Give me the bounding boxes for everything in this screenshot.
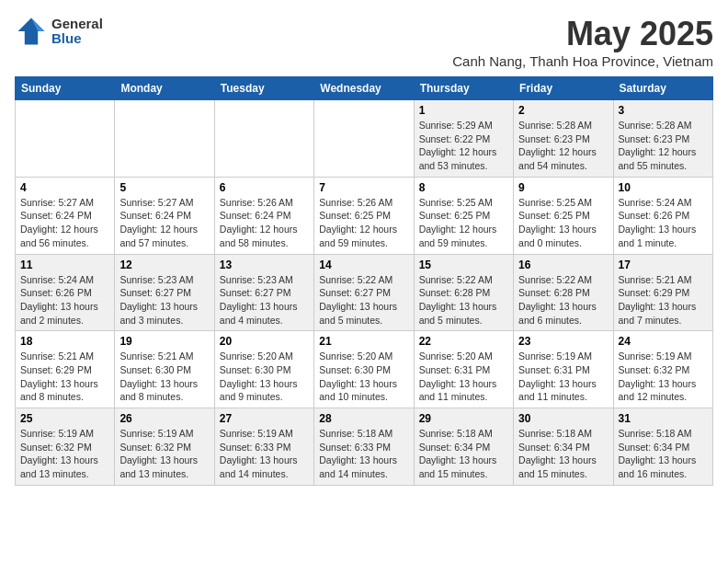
calendar-week-row: 4Sunrise: 5:27 AM Sunset: 6:24 PM Daylig… xyxy=(16,177,713,254)
calendar-cell: 8Sunrise: 5:25 AM Sunset: 6:25 PM Daylig… xyxy=(414,177,513,254)
day-info: Sunrise: 5:21 AM Sunset: 6:29 PM Dayligh… xyxy=(20,350,109,404)
day-info: Sunrise: 5:26 AM Sunset: 6:25 PM Dayligh… xyxy=(319,196,408,250)
day-number: 10 xyxy=(619,181,708,194)
weekday-header: Sunday xyxy=(16,77,115,100)
calendar-cell: 27Sunrise: 5:19 AM Sunset: 6:33 PM Dayli… xyxy=(214,408,313,486)
day-number: 11 xyxy=(20,259,109,271)
calendar-cell: 14Sunrise: 5:22 AM Sunset: 6:27 PM Dayli… xyxy=(314,254,414,331)
calendar-cell: 5Sunrise: 5:27 AM Sunset: 6:24 PM Daylig… xyxy=(115,177,214,254)
calendar-week-row: 11Sunrise: 5:24 AM Sunset: 6:26 PM Dayli… xyxy=(16,254,713,331)
day-info: Sunrise: 5:23 AM Sunset: 6:27 PM Dayligh… xyxy=(220,273,309,327)
day-info: Sunrise: 5:28 AM Sunset: 6:23 PM Dayligh… xyxy=(619,119,708,173)
day-number: 27 xyxy=(220,412,309,425)
day-info: Sunrise: 5:19 AM Sunset: 6:31 PM Dayligh… xyxy=(518,350,608,404)
calendar-cell xyxy=(314,100,414,178)
calendar-cell: 29Sunrise: 5:18 AM Sunset: 6:34 PM Dayli… xyxy=(414,408,513,486)
day-info: Sunrise: 5:21 AM Sunset: 6:30 PM Dayligh… xyxy=(119,350,209,404)
day-info: Sunrise: 5:22 AM Sunset: 6:28 PM Dayligh… xyxy=(419,273,508,327)
day-number: 13 xyxy=(220,259,309,271)
calendar-cell: 24Sunrise: 5:19 AM Sunset: 6:32 PM Dayli… xyxy=(613,331,712,408)
calendar-cell: 17Sunrise: 5:21 AM Sunset: 6:29 PM Dayli… xyxy=(613,254,712,331)
weekday-header: Saturday xyxy=(613,77,712,100)
day-info: Sunrise: 5:26 AM Sunset: 6:24 PM Dayligh… xyxy=(220,196,309,250)
calendar-cell: 12Sunrise: 5:23 AM Sunset: 6:27 PM Dayli… xyxy=(115,254,214,331)
weekday-header: Thursday xyxy=(414,77,513,100)
day-info: Sunrise: 5:23 AM Sunset: 6:27 PM Dayligh… xyxy=(119,273,209,327)
weekday-header: Monday xyxy=(115,77,214,100)
calendar-cell: 7Sunrise: 5:26 AM Sunset: 6:25 PM Daylig… xyxy=(314,177,414,254)
day-number: 19 xyxy=(119,335,209,348)
location-title: Canh Nang, Thanh Hoa Province, Vietnam xyxy=(452,53,713,69)
calendar-cell: 20Sunrise: 5:20 AM Sunset: 6:30 PM Dayli… xyxy=(214,331,313,408)
day-info: Sunrise: 5:20 AM Sunset: 6:30 PM Dayligh… xyxy=(319,350,408,404)
day-info: Sunrise: 5:28 AM Sunset: 6:23 PM Dayligh… xyxy=(518,119,608,173)
logo: General Blue xyxy=(15,15,103,48)
day-number: 28 xyxy=(319,412,408,425)
day-number: 29 xyxy=(419,412,508,425)
calendar-cell: 23Sunrise: 5:19 AM Sunset: 6:31 PM Dayli… xyxy=(514,331,613,408)
calendar-cell xyxy=(115,100,214,178)
day-info: Sunrise: 5:29 AM Sunset: 6:22 PM Dayligh… xyxy=(419,119,508,173)
day-number: 25 xyxy=(20,412,109,425)
day-number: 16 xyxy=(518,259,608,271)
calendar-cell: 9Sunrise: 5:25 AM Sunset: 6:25 PM Daylig… xyxy=(514,177,613,254)
calendar-cell: 11Sunrise: 5:24 AM Sunset: 6:26 PM Dayli… xyxy=(16,254,115,331)
day-info: Sunrise: 5:18 AM Sunset: 6:34 PM Dayligh… xyxy=(619,427,708,481)
day-number: 5 xyxy=(119,181,209,194)
day-info: Sunrise: 5:19 AM Sunset: 6:32 PM Dayligh… xyxy=(20,427,109,481)
day-number: 21 xyxy=(319,335,408,348)
day-number: 24 xyxy=(619,335,708,348)
day-info: Sunrise: 5:20 AM Sunset: 6:30 PM Dayligh… xyxy=(220,350,309,404)
calendar-cell: 13Sunrise: 5:23 AM Sunset: 6:27 PM Dayli… xyxy=(214,254,313,331)
calendar-header-row: SundayMondayTuesdayWednesdayThursdayFrid… xyxy=(16,77,713,100)
day-info: Sunrise: 5:22 AM Sunset: 6:28 PM Dayligh… xyxy=(518,273,608,327)
day-number: 9 xyxy=(518,181,608,194)
day-number: 3 xyxy=(619,104,708,117)
day-number: 15 xyxy=(419,259,508,271)
day-number: 12 xyxy=(119,259,209,271)
day-info: Sunrise: 5:27 AM Sunset: 6:24 PM Dayligh… xyxy=(20,196,109,250)
day-number: 6 xyxy=(220,181,309,194)
calendar-cell: 3Sunrise: 5:28 AM Sunset: 6:23 PM Daylig… xyxy=(613,100,712,178)
page-header: General Blue May 2025 Canh Nang, Thanh H… xyxy=(15,15,713,69)
calendar-cell: 4Sunrise: 5:27 AM Sunset: 6:24 PM Daylig… xyxy=(16,177,115,254)
day-number: 22 xyxy=(419,335,508,348)
day-info: Sunrise: 5:20 AM Sunset: 6:31 PM Dayligh… xyxy=(419,350,508,404)
calendar-cell xyxy=(16,100,115,178)
calendar-cell: 6Sunrise: 5:26 AM Sunset: 6:24 PM Daylig… xyxy=(214,177,313,254)
day-number: 18 xyxy=(20,335,109,348)
day-info: Sunrise: 5:19 AM Sunset: 6:32 PM Dayligh… xyxy=(119,427,209,481)
day-info: Sunrise: 5:24 AM Sunset: 6:26 PM Dayligh… xyxy=(619,196,708,250)
day-number: 2 xyxy=(518,104,608,117)
day-number: 23 xyxy=(518,335,608,348)
calendar-cell: 21Sunrise: 5:20 AM Sunset: 6:30 PM Dayli… xyxy=(314,331,414,408)
calendar-week-row: 18Sunrise: 5:21 AM Sunset: 6:29 PM Dayli… xyxy=(16,331,713,408)
calendar-week-row: 1Sunrise: 5:29 AM Sunset: 6:22 PM Daylig… xyxy=(16,100,713,178)
calendar-cell: 2Sunrise: 5:28 AM Sunset: 6:23 PM Daylig… xyxy=(514,100,613,178)
logo-blue-label: Blue xyxy=(51,31,103,47)
calendar-cell: 28Sunrise: 5:18 AM Sunset: 6:33 PM Dayli… xyxy=(314,408,414,486)
calendar-cell: 30Sunrise: 5:18 AM Sunset: 6:34 PM Dayli… xyxy=(514,408,613,486)
calendar-week-row: 25Sunrise: 5:19 AM Sunset: 6:32 PM Dayli… xyxy=(16,408,713,486)
day-number: 20 xyxy=(220,335,309,348)
weekday-header: Wednesday xyxy=(314,77,414,100)
calendar-cell: 15Sunrise: 5:22 AM Sunset: 6:28 PM Dayli… xyxy=(414,254,513,331)
calendar-cell: 25Sunrise: 5:19 AM Sunset: 6:32 PM Dayli… xyxy=(16,408,115,486)
calendar-cell: 19Sunrise: 5:21 AM Sunset: 6:30 PM Dayli… xyxy=(115,331,214,408)
day-info: Sunrise: 5:18 AM Sunset: 6:34 PM Dayligh… xyxy=(419,427,508,481)
weekday-header: Friday xyxy=(514,77,613,100)
day-info: Sunrise: 5:22 AM Sunset: 6:27 PM Dayligh… xyxy=(319,273,408,327)
day-info: Sunrise: 5:21 AM Sunset: 6:29 PM Dayligh… xyxy=(619,273,708,327)
weekday-header: Tuesday xyxy=(214,77,313,100)
day-number: 26 xyxy=(119,412,209,425)
day-number: 17 xyxy=(619,259,708,271)
title-area: May 2025 Canh Nang, Thanh Hoa Province, … xyxy=(452,15,713,69)
calendar-table: SundayMondayTuesdayWednesdayThursdayFrid… xyxy=(15,76,713,486)
calendar-cell: 26Sunrise: 5:19 AM Sunset: 6:32 PM Dayli… xyxy=(115,408,214,486)
calendar-cell: 1Sunrise: 5:29 AM Sunset: 6:22 PM Daylig… xyxy=(414,100,513,178)
day-info: Sunrise: 5:19 AM Sunset: 6:32 PM Dayligh… xyxy=(619,350,708,404)
day-info: Sunrise: 5:18 AM Sunset: 6:33 PM Dayligh… xyxy=(319,427,408,481)
day-number: 7 xyxy=(319,181,408,194)
calendar-cell: 10Sunrise: 5:24 AM Sunset: 6:26 PM Dayli… xyxy=(613,177,712,254)
month-title: May 2025 xyxy=(452,15,713,53)
